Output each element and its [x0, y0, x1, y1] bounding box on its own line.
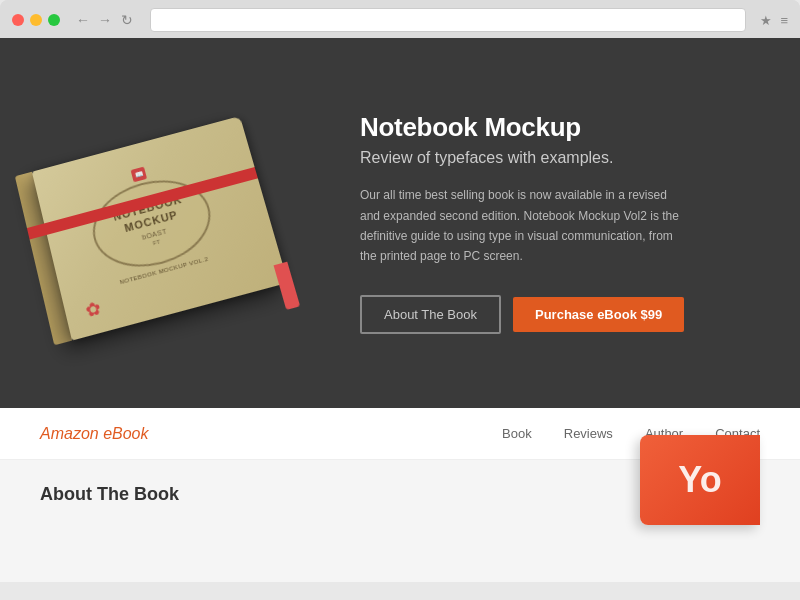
menu-icon[interactable]: ≡ [780, 13, 788, 28]
purchase-ebook-button[interactable]: Purchase eBook $99 [513, 297, 684, 332]
notebook-ft: FT [152, 239, 161, 247]
notebook-body: 📖 NOTEBOOK MOCKUP bOAST FT NOTEBOOK MOCK… [32, 116, 288, 341]
hero-content: Notebook Mockup Review of typefaces with… [340, 112, 800, 334]
brand-logo: Amazon eBook [40, 425, 502, 443]
nav-buttons: ← → ↻ [74, 11, 136, 29]
browser-window: ← → ↻ ★ ≡ 📖 [0, 0, 800, 582]
maximize-button[interactable] [48, 14, 60, 26]
nav-book[interactable]: Book [502, 426, 532, 441]
bookmark-icon[interactable]: ★ [760, 13, 772, 28]
back-button[interactable]: ← [74, 11, 92, 29]
about-book-button[interactable]: About The Book [360, 295, 501, 334]
hero-buttons: About The Book Purchase eBook $99 [360, 295, 760, 334]
hero-subtitle: Review of typefaces with examples. [360, 149, 760, 167]
minimize-button[interactable] [30, 14, 42, 26]
address-bar[interactable] [150, 8, 746, 32]
browser-actions: ★ ≡ [760, 13, 788, 28]
brand-accent: eBook [103, 425, 148, 442]
tablet-decoration: Yo [640, 435, 760, 525]
brand-text: Amazon [40, 425, 103, 442]
hero-description: Our all time best selling book is now av… [360, 185, 680, 267]
book-image-area: 📖 NOTEBOOK MOCKUP bOAST FT NOTEBOOK MOCK… [0, 38, 340, 408]
reload-button[interactable]: ↻ [118, 11, 136, 29]
notebook-bookmark [274, 262, 301, 310]
traffic-lights [12, 14, 60, 26]
tablet-shape: Yo [640, 435, 760, 525]
notebook-mockup: 📖 NOTEBOOK MOCKUP bOAST FT NOTEBOOK MOCK… [32, 106, 335, 366]
notebook-flower-decoration: ✿ [83, 295, 107, 320]
close-button[interactable] [12, 14, 24, 26]
titlebar: ← → ↻ ★ ≡ [0, 0, 800, 38]
hero-title: Notebook Mockup [360, 112, 760, 143]
tablet-text: Yo [678, 459, 721, 501]
notebook-logo-icon: 📖 [131, 167, 148, 183]
nav-reviews[interactable]: Reviews [564, 426, 613, 441]
about-section-title: About The Book [40, 484, 179, 505]
below-nav-section: About The Book Yo [0, 460, 800, 582]
forward-button[interactable]: → [96, 11, 114, 29]
below-nav-container: About The Book Yo [40, 484, 760, 505]
hero-section: 📖 NOTEBOOK MOCKUP bOAST FT NOTEBOOK MOCK… [0, 38, 800, 408]
